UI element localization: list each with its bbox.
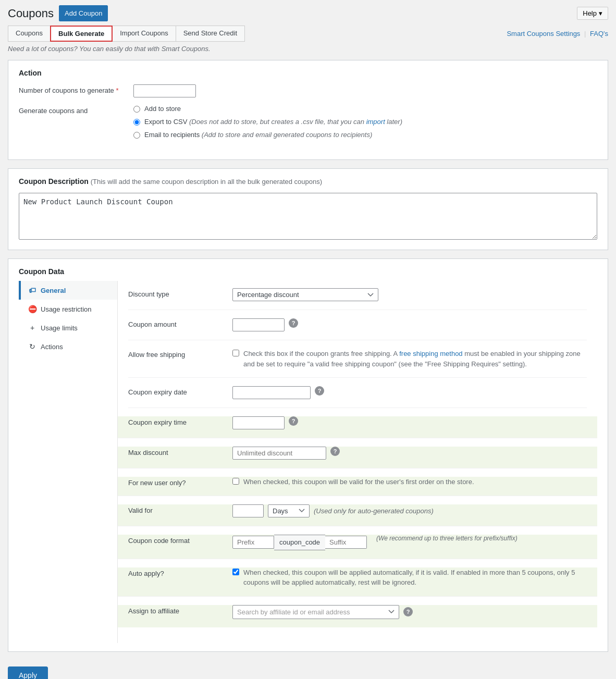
auto-apply-row: Auto apply? When checked, this coupon wi… xyxy=(118,567,597,597)
discount-type-control: Percentage discount Fixed cart discount … xyxy=(232,288,587,301)
valid-for-input[interactable]: 0 xyxy=(232,504,264,517)
coupon-data-sidebar: 🏷 General ⛔ Usage restriction + Usage li… xyxy=(19,281,118,643)
assign-affiliate-label: Assign to affiliate xyxy=(128,605,232,615)
tabs-container: Coupons Bulk Generate Import Coupons Sen… xyxy=(8,26,244,42)
page-subtitle: Need a lot of coupons? You can easily do… xyxy=(8,45,608,53)
valid-for-label: Valid for xyxy=(128,504,232,514)
prefix-input[interactable] xyxy=(232,536,274,549)
max-discount-input[interactable] xyxy=(232,447,326,460)
max-discount-row: Max discount ? xyxy=(118,447,597,468)
import-link[interactable]: import xyxy=(366,118,385,126)
coupon-amount-input[interactable]: 15 xyxy=(232,318,285,331)
smart-coupons-settings-link[interactable]: Smart Coupons Settings xyxy=(507,30,580,38)
free-shipping-note: Check this box if the coupon grants free… xyxy=(243,349,587,369)
coupon-data-main: Discount type Percentage discount Fixed … xyxy=(118,281,597,643)
new-user-control: When checked, this coupon will be valid … xyxy=(232,477,587,487)
email-recipients-option: Email to recipients (Add to store and em… xyxy=(133,131,597,139)
add-to-store-option: Add to store xyxy=(133,105,597,113)
tab-bulk-generate[interactable]: Bulk Generate xyxy=(50,26,113,42)
expiry-date-input[interactable]: 2020-10-23 xyxy=(232,386,311,399)
new-user-checkbox-wrapper: When checked, this coupon will be valid … xyxy=(232,477,474,487)
add-coupon-button[interactable]: Add Coupon xyxy=(59,5,108,21)
tab-import-coupons[interactable]: Import Coupons xyxy=(112,26,176,42)
discount-type-row: Discount type Percentage discount Fixed … xyxy=(128,288,587,310)
faqs-link[interactable]: FAQ's xyxy=(590,30,608,38)
action-section-title: Action xyxy=(19,69,597,77)
free-shipping-checkbox[interactable] xyxy=(232,350,239,356)
max-discount-label: Max discount xyxy=(128,447,232,456)
auto-apply-checkbox[interactable] xyxy=(232,569,239,575)
export-csv-label: Export to CSV (Does not add to store, bu… xyxy=(144,118,402,126)
discount-type-label: Discount type xyxy=(128,288,232,298)
affiliate-help-icon[interactable]: ? xyxy=(403,607,413,616)
coupon-code-format-row: Coupon code format coupon_code (We recom… xyxy=(118,535,597,559)
auto-apply-control: When checked, this coupon will be applie… xyxy=(232,567,587,588)
coupon-data-section: Coupon Data 🏷 General ⛔ Usage restrictio… xyxy=(8,258,608,652)
auto-apply-note: When checked, this coupon will be applie… xyxy=(243,567,587,588)
coupon-data-title: Coupon Data xyxy=(19,267,597,276)
valid-for-note: (Used only for auto-generated coupons) xyxy=(314,507,434,515)
coupon-code-format-control: coupon_code (We recommend up to three le… xyxy=(232,535,587,550)
expiry-time-label: Coupon expiry time xyxy=(128,416,232,426)
sidebar-item-actions[interactable]: ↻ Actions xyxy=(19,337,117,356)
assign-affiliate-row: Assign to affiliate Search by affiliate … xyxy=(118,605,597,627)
affiliate-select[interactable]: Search by affiliate id or email address xyxy=(232,605,399,619)
tab-send-store-credit[interactable]: Send Store Credit xyxy=(176,26,245,42)
coupon-description-textarea[interactable]: New Product Launch Discount Coupon xyxy=(19,193,597,240)
add-to-store-radio[interactable] xyxy=(133,106,140,113)
max-discount-help-icon[interactable]: ? xyxy=(330,447,340,456)
code-format-wrapper: coupon_code xyxy=(232,535,367,550)
generate-and-options: Add to store Export to CSV (Does not add… xyxy=(133,105,597,144)
free-shipping-control: Check this box if the coupon grants free… xyxy=(232,349,587,369)
tag-icon: 🏷 xyxy=(28,286,36,294)
sidebar-usage-restriction-label: Usage restriction xyxy=(41,305,92,313)
new-user-label: For new user only? xyxy=(128,477,232,487)
sidebar-item-usage-restriction[interactable]: ⛔ Usage restriction xyxy=(19,300,117,318)
expiry-date-help-icon[interactable]: ? xyxy=(315,386,324,396)
sidebar-item-general[interactable]: 🏷 General xyxy=(19,281,117,300)
max-discount-control: ? xyxy=(232,447,587,460)
generate-and-label: Generate coupons and xyxy=(19,105,133,115)
expiry-time-input[interactable]: 23:59 xyxy=(232,416,285,429)
free-shipping-label: Allow free shipping xyxy=(128,349,232,359)
affiliate-select-wrapper: Search by affiliate id or email address … xyxy=(232,605,413,619)
coupon-amount-help-icon[interactable]: ? xyxy=(289,318,298,328)
tab-coupons[interactable]: Coupons xyxy=(8,26,51,42)
auto-apply-checkbox-wrapper: When checked, this coupon will be applie… xyxy=(232,567,587,588)
assign-affiliate-control: Search by affiliate id or email address … xyxy=(232,605,587,619)
suffix-input[interactable] xyxy=(325,536,367,549)
expiry-time-help-icon[interactable]: ? xyxy=(289,416,298,426)
export-csv-option: Export to CSV (Does not add to store, bu… xyxy=(133,118,597,126)
email-recipients-radio[interactable] xyxy=(133,132,140,139)
free-shipping-row: Allow free shipping Check this box if th… xyxy=(128,349,587,378)
sidebar-item-usage-limits[interactable]: + Usage limits xyxy=(19,318,117,337)
num-coupons-input[interactable]: 5000 xyxy=(133,84,196,97)
expiry-date-control: 2020-10-23 ? xyxy=(232,386,587,399)
action-section: Action Number of coupons to generate * 5… xyxy=(8,60,608,160)
free-shipping-method-link[interactable]: free shipping method xyxy=(399,350,462,357)
coupon-data-wrapper: 🏷 General ⛔ Usage restriction + Usage li… xyxy=(19,281,597,643)
block-icon: ⛔ xyxy=(28,305,36,313)
export-csv-radio[interactable] xyxy=(133,119,140,126)
new-user-checkbox[interactable] xyxy=(232,478,239,485)
sidebar-usage-limits-label: Usage limits xyxy=(41,324,78,332)
coupon-description-section: Coupon Description (This will add the sa… xyxy=(8,168,608,250)
help-button[interactable]: Help ▾ xyxy=(577,7,608,20)
valid-for-wrapper: 0 Days Weeks Months Years (Used only for… xyxy=(232,504,434,517)
format-hint: (We recommend up to three letters for pr… xyxy=(376,535,518,542)
tabs-row: Coupons Bulk Generate Import Coupons Sen… xyxy=(8,26,608,42)
apply-button[interactable]: Apply xyxy=(8,666,48,679)
expiry-date-row: Coupon expiry date 2020-10-23 ? xyxy=(128,386,587,408)
valid-for-unit-select[interactable]: Days Weeks Months Years xyxy=(268,504,310,517)
num-coupons-row: Number of coupons to generate * 5000 xyxy=(19,84,597,97)
page-title: Coupons xyxy=(8,7,54,20)
coupon-code-middle: coupon_code xyxy=(274,535,325,550)
refresh-icon: ↻ xyxy=(28,342,36,351)
sidebar-general-label: General xyxy=(41,287,66,294)
coupon-code-format-label: Coupon code format xyxy=(128,535,232,545)
discount-type-select[interactable]: Percentage discount Fixed cart discount … xyxy=(232,288,378,301)
coupon-description-title: Coupon Description (This will add the sa… xyxy=(19,177,597,186)
valid-for-row: Valid for 0 Days Weeks Months Years (Use… xyxy=(118,504,597,526)
auto-apply-label: Auto apply? xyxy=(128,567,232,577)
expiry-date-label: Coupon expiry date xyxy=(128,386,232,396)
